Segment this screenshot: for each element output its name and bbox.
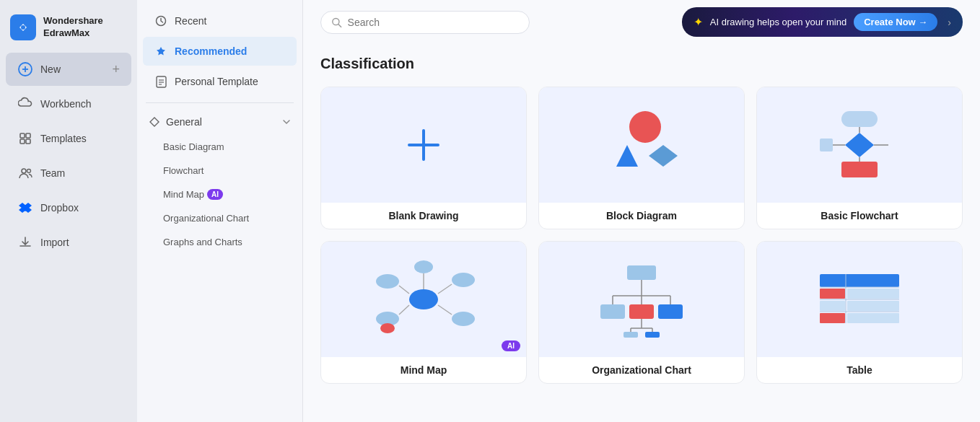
sidebar-item-dropbox[interactable]: Dropbox — [6, 191, 131, 224]
ai-star-icon: ✦ — [694, 15, 703, 29]
card-visual-orgchart — [539, 242, 744, 357]
logo-area: Wondershare EdrawMax — [0, 9, 137, 52]
middle-item-recommended[interactable]: Recommended — [143, 37, 297, 66]
card-label-mindmap: Mind Map — [321, 357, 526, 383]
main-content: ✦ AI drawing helps open your mind Create… — [303, 0, 980, 422]
sidebar-item-label-new: New — [40, 63, 61, 75]
sub-item-mind-map[interactable]: Mind Map AI — [137, 183, 302, 206]
new-plus-icon: + — [112, 62, 120, 77]
block-diagram-visual — [598, 105, 685, 185]
diamond-icon — [149, 116, 160, 128]
table-visual — [813, 263, 906, 335]
svg-rect-44 — [600, 304, 625, 319]
svg-rect-58 — [820, 301, 845, 311]
sub-item-basic-diagram[interactable]: Basic Diagram — [137, 135, 302, 159]
svg-point-31 — [452, 312, 475, 326]
star-icon — [154, 45, 167, 58]
svg-rect-27 — [820, 139, 833, 151]
chevron-down-icon — [282, 118, 291, 126]
sidebar-item-label-templates: Templates — [40, 133, 87, 144]
middle-item-label-recent: Recent — [175, 15, 206, 27]
svg-line-37 — [399, 305, 409, 315]
app-logo-icon — [10, 14, 36, 40]
card-visual-table — [757, 242, 962, 357]
import-icon — [17, 234, 33, 250]
sidebar-item-import[interactable]: Import — [6, 226, 131, 259]
content-area: Classification Blank Drawing — [303, 44, 980, 422]
search-icon — [331, 17, 342, 28]
svg-rect-61 — [847, 313, 899, 323]
card-blank-drawing[interactable]: Blank Drawing — [320, 87, 527, 229]
ai-banner-text: AI drawing helps open your mind — [710, 17, 846, 27]
clock-icon — [154, 14, 167, 27]
sidebar-item-new[interactable]: New + — [6, 53, 131, 86]
plus-circle-icon — [17, 61, 33, 77]
svg-point-39 — [380, 323, 395, 333]
ai-banner[interactable]: ✦ AI drawing helps open your mind Create… — [682, 7, 963, 37]
svg-point-9 — [22, 169, 26, 173]
middle-item-recent[interactable]: Recent — [143, 6, 297, 35]
svg-rect-57 — [847, 289, 899, 299]
card-visual-mindmap: AI — [321, 242, 526, 357]
ai-badge-mind-map: AI — [207, 189, 223, 200]
cloud-icon — [17, 96, 33, 112]
top-bar: ✦ AI drawing helps open your mind Create… — [303, 0, 980, 44]
svg-rect-46 — [629, 304, 654, 319]
svg-rect-40 — [627, 265, 656, 280]
svg-rect-56 — [820, 289, 845, 299]
svg-point-10 — [27, 170, 31, 173]
svg-rect-7 — [20, 139, 25, 144]
banner-chevron-icon: › — [948, 17, 951, 28]
svg-rect-24 — [841, 162, 878, 177]
card-label-table: Table — [757, 357, 962, 383]
svg-rect-6 — [26, 133, 30, 138]
card-visual-flowchart — [757, 87, 962, 203]
svg-point-33 — [414, 260, 433, 273]
middle-panel: Recent Recommended Personal Template Gen — [137, 0, 303, 422]
blank-drawing-visual — [398, 120, 449, 170]
card-basic-flowchart[interactable]: Basic Flowchart — [756, 87, 963, 229]
team-icon — [17, 165, 33, 181]
sidebar-item-workbench[interactable]: Workbench — [6, 87, 131, 120]
search-box[interactable] — [320, 11, 530, 34]
svg-line-36 — [438, 305, 452, 315]
sub-item-org-chart[interactable]: Organizational Chart — [137, 206, 302, 230]
card-block-diagram[interactable]: Block Diagram — [538, 87, 745, 229]
svg-point-20 — [629, 111, 661, 143]
svg-line-35 — [438, 284, 452, 294]
svg-rect-54 — [645, 332, 660, 338]
card-org-chart[interactable]: Organizational Chart — [538, 241, 745, 384]
middle-item-personal[interactable]: Personal Template — [143, 67, 297, 96]
sidebar-item-templates[interactable]: Templates — [6, 122, 131, 155]
section-general[interactable]: General — [137, 109, 302, 135]
divider — [146, 102, 294, 103]
middle-item-label-recommended: Recommended — [175, 45, 247, 57]
create-now-button[interactable]: Create Now → — [854, 13, 937, 31]
svg-rect-5 — [20, 133, 25, 138]
sub-item-flowchart[interactable]: Flowchart — [137, 159, 302, 183]
middle-item-label-personal: Personal Template — [175, 76, 258, 87]
svg-rect-48 — [658, 304, 683, 319]
document-icon — [154, 75, 167, 88]
sidebar-item-label-dropbox: Dropbox — [40, 202, 79, 214]
sidebar-item-team[interactable]: Team — [6, 157, 131, 190]
mindmap-visual — [369, 260, 478, 339]
svg-point-1 — [21, 25, 25, 30]
svg-rect-52 — [624, 332, 638, 338]
svg-rect-8 — [26, 139, 30, 144]
svg-rect-55 — [820, 274, 899, 287]
card-visual-blank — [321, 87, 526, 203]
search-input[interactable] — [348, 17, 519, 28]
ai-badge-mindmap-card: AI — [502, 340, 520, 351]
svg-line-34 — [399, 286, 409, 294]
card-table[interactable]: Table — [756, 241, 963, 384]
cards-grid: Blank Drawing Block Diagram — [320, 87, 963, 384]
orgchart-visual — [595, 260, 688, 339]
section-label-general: General — [166, 116, 202, 128]
card-label-orgchart: Organizational Chart — [539, 357, 744, 383]
svg-point-28 — [409, 289, 438, 309]
card-mind-map[interactable]: AI Mind Map — [320, 241, 527, 384]
card-label-flowchart: Basic Flowchart — [757, 203, 962, 229]
sub-item-graphs-charts[interactable]: Graphs and Charts — [137, 230, 302, 254]
svg-line-17 — [338, 24, 341, 27]
